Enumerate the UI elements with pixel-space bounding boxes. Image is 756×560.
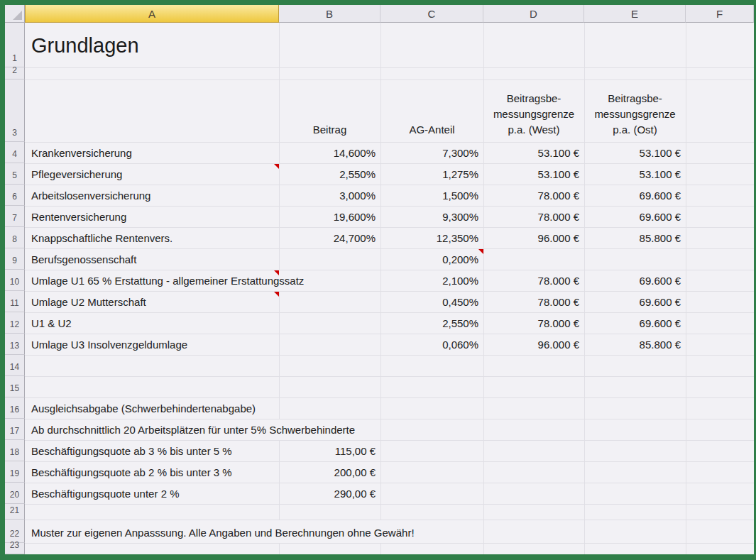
cell-D11[interactable]: 78.000 € — [483, 292, 584, 312]
cell-A1[interactable]: Grundlagen — [25, 23, 279, 67]
select-all-button[interactable] — [5, 5, 25, 23]
row-header-17[interactable]: 17 — [5, 419, 25, 440]
cell-A4[interactable]: Krankenversicherung — [25, 143, 279, 163]
gridline — [25, 543, 754, 544]
select-all-triangle-icon — [13, 11, 22, 20]
row-header-11[interactable]: 11 — [5, 291, 25, 312]
cell-C13[interactable]: 0,060% — [380, 334, 483, 355]
cell-A12[interactable]: U1 & U2 — [25, 313, 279, 334]
cell-A13[interactable]: Umlage U3 Insolvenzgeldumlage — [25, 334, 279, 355]
cell-D12[interactable]: 78.000 € — [483, 313, 584, 334]
cell-E3[interactable]: Beitragsbe- messungsgrenze p.a. (Ost) — [584, 80, 686, 142]
cell-C4[interactable]: 7,300% — [380, 143, 483, 163]
cell-B20[interactable]: 290,00 € — [279, 483, 380, 504]
cell-D6[interactable]: 78.000 € — [483, 185, 584, 206]
gridline — [25, 67, 754, 68]
cell-C11[interactable]: 0,450% — [380, 292, 483, 312]
cell-D5[interactable]: 53.100 € — [483, 164, 584, 185]
row-header-9[interactable]: 9 — [5, 248, 25, 270]
cell-E13[interactable]: 85.800 € — [584, 334, 686, 355]
cell-B19[interactable]: 200,00 € — [279, 462, 380, 483]
cell-A10[interactable]: Umlage U1 65 % Erstattung - allgemeiner … — [25, 270, 308, 291]
cell-C12[interactable]: 2,550% — [380, 313, 483, 334]
gridline — [686, 23, 686, 554]
cell-A11[interactable]: Umlage U2 Mutterschaft — [25, 292, 279, 312]
row-header-6[interactable]: 6 — [5, 185, 25, 206]
cell-E6[interactable]: 69.600 € — [584, 185, 686, 206]
row-header-15[interactable]: 15 — [5, 376, 25, 397]
gridline — [25, 355, 754, 356]
column-header-C[interactable]: C — [380, 5, 483, 23]
cell-E10[interactable]: 69.600 € — [584, 270, 686, 291]
cell-E8[interactable]: 85.800 € — [584, 228, 686, 248]
comment-indicator-icon — [274, 270, 279, 275]
cell-B7[interactable]: 19,600% — [279, 207, 380, 227]
cell-C5[interactable]: 1,275% — [380, 164, 483, 185]
cell-A22[interactable]: Muster zur eigenen Anpasssung. Alle Anga… — [25, 520, 419, 543]
cell-B18[interactable]: 115,00 € — [279, 441, 380, 461]
cell-D3[interactable]: Beitragsbe- messungsgrenze p.a. (West) — [483, 80, 584, 142]
cell-C10[interactable]: 2,100% — [380, 270, 483, 291]
column-header-D[interactable]: D — [483, 5, 584, 23]
row-header-2[interactable]: 2 — [5, 67, 25, 79]
row-header-4[interactable]: 4 — [5, 142, 25, 163]
cell-C3[interactable]: AG-Anteil — [380, 80, 483, 142]
gridline — [25, 504, 754, 505]
cell-A9[interactable]: Berufsgenossenschaft — [25, 249, 279, 270]
cell-D8[interactable]: 96.000 € — [483, 228, 584, 248]
cell-B6[interactable]: 3,000% — [279, 185, 380, 206]
cell-A20[interactable]: Beschäftigungsquote unter 2 % — [25, 483, 279, 504]
row-header-8[interactable]: 8 — [5, 227, 25, 248]
cell-E12[interactable]: 69.600 € — [584, 313, 686, 334]
comment-indicator-icon — [478, 249, 483, 254]
row-header-18[interactable]: 18 — [5, 440, 25, 461]
cell-A19[interactable]: Beschäftigungsquote ab 2 % bis unter 3 % — [25, 462, 279, 483]
row-header-20[interactable]: 20 — [5, 483, 25, 504]
cell-D10[interactable]: 78.000 € — [483, 270, 584, 291]
cell-B3[interactable]: Beitrag — [279, 80, 380, 142]
cell-C6[interactable]: 1,500% — [380, 185, 483, 206]
row-header-19[interactable]: 19 — [5, 461, 25, 483]
cell-C7[interactable]: 9,300% — [380, 207, 483, 227]
cell-B8[interactable]: 24,700% — [279, 228, 380, 248]
row-header-5[interactable]: 5 — [5, 163, 25, 185]
cell-B4[interactable]: 14,600% — [279, 143, 380, 163]
cell-E7[interactable]: 69.600 € — [584, 207, 686, 227]
cell-A18[interactable]: Beschäftigungsquote ab 3 % bis unter 5 % — [25, 441, 279, 461]
row-header-16[interactable]: 16 — [5, 397, 25, 419]
row-header-3[interactable]: 3 — [5, 79, 25, 142]
column-header-A[interactable]: A — [25, 5, 279, 23]
cell-A16[interactable]: Ausgleichsabgabe (Schwerbehindertenabgab… — [25, 398, 260, 419]
comment-indicator-icon — [274, 292, 279, 297]
cell-A5[interactable]: Pflegeversicherung — [25, 164, 279, 185]
row-header-13[interactable]: 13 — [5, 334, 25, 355]
cell-A17[interactable]: Ab durchschnittlich 20 Arbeitsplätzen fü… — [25, 419, 359, 440]
column-header-F[interactable]: F — [686, 5, 754, 23]
column-header-B[interactable]: B — [279, 5, 380, 23]
cell-A7[interactable]: Rentenversicherung — [25, 207, 279, 227]
cell-A8[interactable]: Knappschaftliche Rentenvers. — [25, 228, 279, 248]
spreadsheet-grid: ABCDEF1234567891011121314151617181920212… — [5, 5, 754, 554]
row-header-23[interactable]: 23 — [5, 543, 25, 554]
row-header-12[interactable]: 12 — [5, 312, 25, 334]
cell-B5[interactable]: 2,550% — [279, 164, 380, 185]
row-header-1[interactable]: 1 — [5, 23, 25, 67]
column-header-E[interactable]: E — [584, 5, 686, 23]
comment-indicator-icon — [274, 164, 279, 169]
row-header-21[interactable]: 21 — [5, 504, 25, 520]
cell-A6[interactable]: Arbeitslosenversicherung — [25, 185, 279, 206]
row-header-14[interactable]: 14 — [5, 355, 25, 376]
excel-window: ABCDEF1234567891011121314151617181920212… — [0, 0, 756, 560]
cell-E4[interactable]: 53.100 € — [584, 143, 686, 163]
cell-E11[interactable]: 69.600 € — [584, 292, 686, 312]
cell-C8[interactable]: 12,350% — [380, 228, 483, 248]
cell-D7[interactable]: 78.000 € — [483, 207, 584, 227]
row-header-7[interactable]: 7 — [5, 206, 25, 227]
cell-C9[interactable]: 0,200% — [380, 249, 483, 270]
gridline — [25, 376, 754, 377]
cell-E5[interactable]: 53.100 € — [584, 164, 686, 185]
row-header-10[interactable]: 10 — [5, 270, 25, 291]
cell-D13[interactable]: 96.000 € — [483, 334, 584, 355]
cell-D4[interactable]: 53.100 € — [483, 143, 584, 163]
